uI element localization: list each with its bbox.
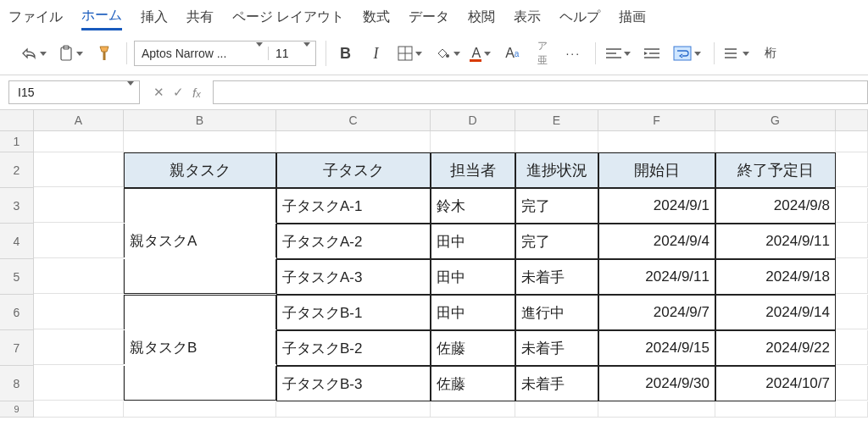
col-header-C[interactable]: C [276, 110, 431, 131]
menu-page-layout[interactable]: ページ レイアウト [232, 8, 344, 26]
row-header-5[interactable]: 5 [0, 259, 34, 295]
cell[interactable] [276, 401, 431, 418]
phonetic-button[interactable]: ア亜 [530, 42, 555, 64]
cell-parent-B-label[interactable]: 親タスクB [124, 330, 276, 364]
align-left-button[interactable] [603, 42, 634, 64]
cell[interactable] [431, 131, 515, 152]
cell[interactable] [34, 152, 124, 187]
cell[interactable] [836, 131, 868, 152]
cell[interactable]: 2024/9/11 [598, 259, 715, 295]
col-header-A[interactable]: A [34, 110, 124, 131]
cell[interactable] [34, 295, 124, 329]
cell[interactable]: 子タスクB-1 [276, 295, 431, 330]
menu-help[interactable]: ヘルプ [559, 8, 600, 26]
cell-parent-B[interactable] [124, 295, 276, 329]
cell[interactable]: 2024/9/7 [598, 295, 715, 330]
cell[interactable] [276, 131, 431, 152]
fill-color-button[interactable] [431, 42, 464, 64]
cell[interactable]: 完了 [515, 188, 598, 224]
menu-draw[interactable]: 描画 [619, 8, 646, 26]
cell[interactable]: 2024/9/18 [715, 259, 836, 295]
name-box[interactable]: I15 [8, 80, 140, 104]
formula-bar[interactable] [213, 80, 868, 104]
cell-parent-A-label[interactable]: 親タスクA [124, 224, 276, 257]
cell[interactable]: 子タスクA-2 [276, 224, 431, 259]
cell[interactable] [598, 401, 715, 418]
cell[interactable]: 子タスクA-1 [276, 188, 431, 224]
cell[interactable] [836, 330, 868, 365]
cell[interactable] [34, 366, 124, 401]
cell[interactable]: 2024/9/1 [598, 188, 715, 224]
col-header-B[interactable]: B [124, 110, 276, 131]
cell[interactable]: 2024/9/14 [715, 295, 836, 330]
row-header-9[interactable]: 9 [0, 401, 34, 418]
format-number-button[interactable] [721, 42, 753, 64]
cell[interactable] [431, 401, 515, 418]
cell[interactable]: 子タスクB-3 [276, 366, 431, 401]
menu-file[interactable]: ファイル [8, 8, 63, 26]
more-font-button[interactable]: ··· [560, 42, 586, 64]
bold-button[interactable]: B [333, 42, 359, 64]
clipboard-button[interactable] [55, 42, 86, 64]
cell[interactable]: 未着手 [515, 330, 598, 366]
cell[interactable] [836, 188, 868, 223]
col-header-E[interactable]: E [515, 110, 598, 131]
cell[interactable] [836, 152, 868, 187]
font-size-change-button[interactable]: Aa [499, 42, 525, 64]
cell[interactable]: 進行中 [515, 295, 598, 330]
menu-review[interactable]: 校閲 [468, 8, 495, 26]
cell[interactable] [124, 131, 276, 152]
col-header-D[interactable]: D [431, 110, 515, 131]
italic-button[interactable]: I [364, 42, 389, 64]
header-end[interactable]: 終了予定日 [715, 152, 836, 188]
cell[interactable]: 田中 [431, 224, 515, 259]
cell[interactable] [124, 401, 276, 418]
wrap-text-button[interactable] [670, 42, 704, 64]
menu-insert[interactable]: 挿入 [141, 8, 168, 26]
cell[interactable] [598, 131, 715, 152]
cell[interactable] [515, 401, 598, 418]
cell[interactable]: 完了 [515, 224, 598, 259]
indent-button[interactable] [639, 42, 665, 64]
format-painter-button[interactable] [92, 42, 117, 64]
cell[interactable]: 2024/10/7 [715, 366, 836, 401]
styles-button[interactable]: 桁 [758, 42, 783, 64]
cell[interactable] [34, 401, 124, 418]
spreadsheet-grid[interactable]: A B C D E F G 1 2 親タスク 子タスク 担当者 進捗状況 開始日… [0, 110, 868, 418]
cell-parent-A[interactable] [124, 188, 276, 223]
header-start[interactable]: 開始日 [598, 152, 715, 188]
cell[interactable]: 2024/9/15 [598, 330, 715, 366]
cell[interactable] [34, 224, 124, 258]
cell[interactable]: 2024/9/22 [715, 330, 836, 366]
row-header-2[interactable]: 2 [0, 152, 34, 188]
cell[interactable]: 佐藤 [431, 330, 515, 366]
col-header-F[interactable]: F [598, 110, 715, 131]
font-name-select[interactable]: Aptos Narrow ... 11 [134, 41, 316, 66]
col-header-G[interactable]: G [715, 110, 836, 131]
header-status[interactable]: 進捗状況 [515, 152, 598, 188]
row-header-1[interactable]: 1 [0, 131, 34, 152]
cell-parent-A-end[interactable] [124, 259, 276, 294]
confirm-icon[interactable]: ✓ [173, 85, 184, 100]
cancel-icon[interactable]: ✕ [153, 85, 164, 100]
cell[interactable]: 2024/9/11 [715, 224, 836, 259]
cell-parent-B-end[interactable] [124, 366, 276, 401]
cell[interactable] [34, 259, 124, 294]
cell[interactable] [836, 224, 868, 258]
cell[interactable]: 2024/9/4 [598, 224, 715, 259]
cell[interactable]: 2024/9/30 [598, 366, 715, 401]
cell[interactable]: 子タスクB-2 [276, 330, 431, 366]
cell[interactable]: 佐藤 [431, 366, 515, 401]
row-header-3[interactable]: 3 [0, 188, 34, 224]
cell[interactable] [836, 295, 868, 329]
font-color-button[interactable]: A [469, 42, 495, 64]
cell[interactable] [34, 188, 124, 223]
col-header-extra[interactable] [836, 110, 868, 131]
header-child[interactable]: 子タスク [276, 152, 431, 188]
cell[interactable]: 子タスクA-3 [276, 259, 431, 295]
cell[interactable] [715, 131, 836, 152]
cell[interactable] [836, 366, 868, 401]
cell[interactable]: 2024/9/8 [715, 188, 836, 224]
header-parent[interactable]: 親タスク [124, 152, 276, 188]
row-header-4[interactable]: 4 [0, 224, 34, 259]
